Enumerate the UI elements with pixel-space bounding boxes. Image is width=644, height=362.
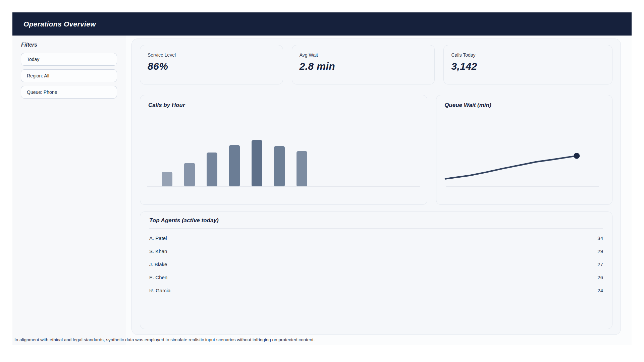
table-row: A. Patel34 [149,232,603,245]
content: Filters Today Region: All Queue: Phone S… [12,36,632,345]
dashboard-panel: Service Level 86% Avg Wait 2.8 min Calls… [131,39,621,335]
table-row: R. Garcia24 [149,284,603,297]
bar [207,153,217,187]
filter-button-region[interactable]: Region: All [21,69,117,82]
calls-by-hour-chart-card: Calls by Hour [140,95,427,205]
x-axis-line [446,186,599,187]
agents-list: A. Patel34S. Khan29J. Blake27E. Chen26R.… [149,232,603,297]
chart-title: Calls by Hour [148,102,419,109]
table-row: E. Chen26 [149,271,603,284]
bar [252,140,262,187]
agent-name: E. Chen [149,275,167,280]
kpi-value: 2.8 min [300,61,427,72]
header: Operations Overview [12,12,632,36]
filter-button-queue[interactable]: Queue: Phone [21,86,117,99]
agent-name: J. Blake [149,261,167,267]
bars-chart [162,140,307,187]
screen: Operations Overview Filters Today Region… [0,0,644,362]
line-end-dot [574,153,580,159]
agent-value: 27 [597,261,603,267]
page-title: Operations Overview [23,20,96,28]
kpi-value: 3,142 [451,61,605,72]
kpi-value: 86% [148,61,275,72]
agent-name: A. Patel [149,235,167,241]
agents-title: Top Agents (active today) [149,217,603,224]
filters-heading: Filters [21,42,117,48]
top-agents-card: Top Agents (active today) A. Patel34S. K… [140,212,612,329]
bar [229,145,240,187]
footer-disclaimer: In alignment with ethical and legal stan… [14,337,315,342]
agent-name: S. Khan [149,248,167,254]
kpi-label: Calls Today [451,52,605,58]
bar [297,151,307,187]
sidebar: Filters Today Region: All Queue: Phone [12,36,126,345]
agent-name: R. Garcia [149,288,170,293]
charts-row: Calls by Hour Queue Wait (min) [140,95,612,205]
divider [149,228,603,229]
line-chart [436,95,612,204]
table-row: J. Blake27 [149,258,603,271]
x-axis-line [147,186,420,187]
agent-value: 29 [597,248,603,254]
kpi-card-service-level: Service Level 86% [140,45,283,84]
app: Operations Overview Filters Today Region… [12,12,632,345]
bar [162,172,172,187]
queue-wait-chart-card: Queue Wait (min) [436,95,612,205]
kpi-label: Service Level [148,52,275,58]
kpi-row: Service Level 86% Avg Wait 2.8 min Calls… [140,45,612,84]
kpi-label: Avg Wait [300,52,427,58]
agent-value: 34 [597,235,603,241]
agent-value: 24 [597,288,603,293]
bar [184,163,195,187]
table-row: S. Khan29 [149,245,603,258]
bar [274,146,285,187]
main-area: Service Level 86% Avg Wait 2.8 min Calls… [126,36,632,345]
kpi-card-avg-wait: Avg Wait 2.8 min [292,45,435,84]
filter-button-today[interactable]: Today [21,53,117,66]
kpi-card-calls-today: Calls Today 3,142 [443,45,612,84]
agent-value: 26 [597,275,603,280]
